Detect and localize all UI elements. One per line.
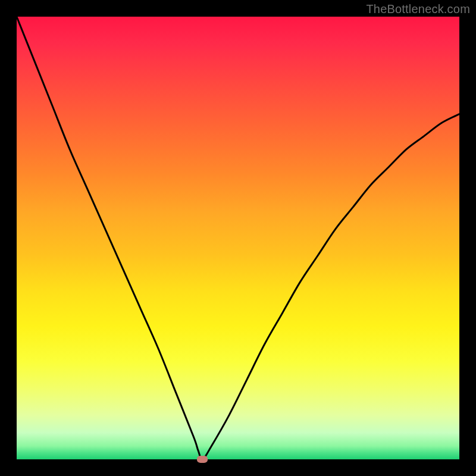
- curve-path: [17, 17, 459, 459]
- attribution-text: TheBottleneck.com: [366, 2, 470, 16]
- chart-frame: TheBottleneck.com: [0, 0, 476, 476]
- plot-area: [17, 17, 459, 459]
- min-marker: [197, 456, 208, 463]
- bottleneck-curve: [17, 17, 459, 459]
